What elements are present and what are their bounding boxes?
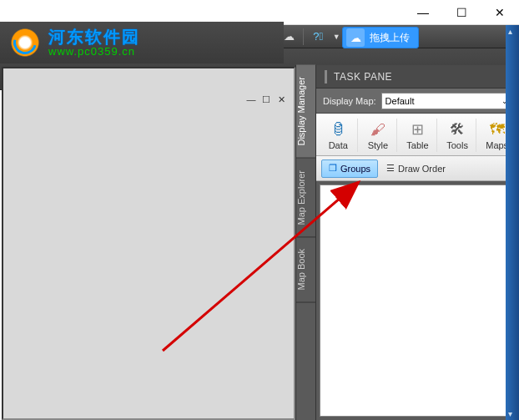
- groups-button[interactable]: ❒ Groups: [321, 159, 378, 178]
- viewport-restore-icon[interactable]: ☐: [260, 94, 272, 105]
- draw-order-icon: ☰: [386, 163, 395, 174]
- divider: [303, 28, 304, 45]
- viewport-close-icon[interactable]: ✕: [275, 94, 287, 105]
- scrollbar[interactable]: [506, 25, 519, 420]
- tab-display-manager[interactable]: Display Manager: [296, 65, 315, 159]
- task-pane-title: TASK PANE: [334, 71, 392, 83]
- layer-tree[interactable]: [320, 185, 516, 417]
- tab-map-explorer[interactable]: Map Explorer: [296, 159, 315, 237]
- maximize-button[interactable]: ☐: [442, 0, 481, 25]
- style-button[interactable]: 🖌 Style: [360, 119, 398, 152]
- tab-map-book[interactable]: Map Book: [296, 237, 315, 303]
- grip-icon[interactable]: [325, 70, 327, 83]
- tools-icon: 🛠: [448, 120, 466, 139]
- watermark: 河东软件园 www.pc0359.cn: [0, 22, 284, 63]
- side-tabs: Display Manager Map Explorer Map Book: [295, 65, 315, 420]
- table-button[interactable]: ⊞ Table: [399, 119, 437, 152]
- display-map-label: Display Map:: [323, 96, 376, 106]
- draw-order-button[interactable]: ☰ Draw Order: [386, 163, 446, 174]
- help-icon[interactable]: ?⃝: [309, 28, 327, 46]
- brush-icon: 🖌: [369, 120, 387, 139]
- viewport-minimize-icon[interactable]: —: [245, 94, 257, 105]
- minimize-button[interactable]: —: [404, 0, 442, 25]
- upload-cloud-icon: ☁: [346, 28, 365, 47]
- upload-label: 拖拽上传: [370, 31, 410, 45]
- table-icon: ⊞: [408, 120, 426, 139]
- data-button[interactable]: 🛢 Data: [320, 119, 358, 152]
- database-icon: 🛢: [329, 120, 347, 139]
- task-pane: TASK PANE Display Map: Default ⌄ 🛢 Data …: [315, 65, 519, 420]
- watermark-url: www.pc0359.cn: [48, 46, 140, 58]
- watermark-cn: 河东软件园: [48, 28, 140, 46]
- display-map-select[interactable]: Default ⌄: [381, 93, 512, 109]
- tools-button[interactable]: 🛠 Tools: [439, 119, 477, 152]
- layers-icon: ❒: [329, 163, 337, 174]
- upload-button[interactable]: ☁ 拖拽上传: [342, 27, 419, 48]
- task-pane-header: TASK PANE: [316, 65, 519, 89]
- maps-icon: 🗺: [488, 120, 506, 139]
- display-map-value: Default: [385, 96, 415, 106]
- close-button[interactable]: ✕: [481, 0, 519, 25]
- drawing-canvas[interactable]: — ☐ ✕: [2, 67, 295, 420]
- logo-icon: [7, 24, 43, 61]
